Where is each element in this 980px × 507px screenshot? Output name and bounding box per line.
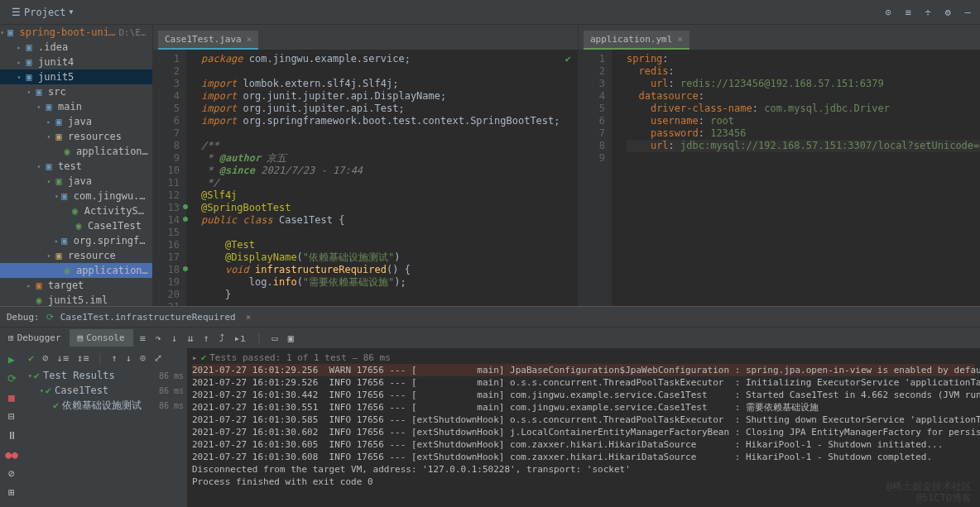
stop-icon[interactable]: ■ [5, 391, 18, 404]
history-icon[interactable]: ⊞ [5, 486, 18, 499]
force-step-icon[interactable]: ⇊ [187, 332, 193, 344]
log-line: 2021-07-27 16:01:29.256 WARN 17656 --- [… [192, 364, 975, 376]
code-area[interactable]: package com.jingwu.example.service;✔impo… [186, 50, 578, 306]
debug-panel: Debug: ⟳ Case1Test.infrastructureRequire… [0, 306, 980, 507]
tab-debugger[interactable]: ⊞ Debugger [0, 329, 70, 347]
tab-console[interactable]: ▤ Console [70, 329, 133, 347]
import-icon[interactable]: ⤢ [154, 352, 162, 364]
tree-item[interactable]: ◉application.yml [0, 144, 152, 159]
run-cursor-icon[interactable]: ▸ı [234, 332, 246, 344]
log-line: 2021-07-27 16:01:30.608 INFO 17656 --- [… [192, 451, 975, 463]
tree-item[interactable]: ▸▣.idea [0, 40, 152, 55]
log-line: 2021-07-27 16:01:30.585 INFO 17656 --- [… [192, 414, 975, 426]
show-ignored-icon[interactable]: ⊘ [42, 352, 48, 364]
chevron-down-icon: ▼ [70, 8, 74, 16]
tree-item[interactable]: ▾▣com.jingwu.example.service [0, 189, 152, 203]
tree-root[interactable]: ▾▣ spring-boot-unit-test-example D:\Exam… [0, 25, 152, 40]
editor-tabs: Case1Test.java × [153, 25, 578, 50]
evaluate-icon[interactable]: ▭ [271, 332, 277, 344]
close-icon[interactable]: × [677, 34, 683, 45]
log-line: 2021-07-27 16:01:29.526 INFO 17656 --- [… [192, 376, 975, 389]
log-line: 2021-07-27 16:01:30.442 INFO 17656 --- [… [192, 389, 975, 401]
drop-frame-icon[interactable]: ⤴ [219, 332, 224, 344]
bug-icon: ⊞ [8, 332, 14, 343]
tree-item[interactable]: ▸▣junit4 [0, 55, 152, 69]
tree-item[interactable]: ▾▣main [0, 99, 152, 114]
expand-icon[interactable]: ▸ [192, 352, 198, 364]
project-dropdown[interactable]: ☰ Project ▼ [7, 5, 78, 20]
tree-item[interactable]: ▾▣junit5 [0, 69, 152, 84]
tree-item[interactable]: ◉ActivityServiceTest [0, 203, 152, 218]
step-into-icon[interactable]: ↓ [171, 332, 177, 344]
test-result-row[interactable]: ▾✔Test Results86 ms [23, 368, 187, 383]
log-line: 2021-07-27 16:01:30.551 INFO 17656 --- [… [192, 401, 975, 414]
layout-icon[interactable]: ≡ [140, 332, 146, 344]
show-passed-icon[interactable]: ✔ [28, 352, 34, 364]
top-toolbar: ☰ Project ▼ ⊙ ≡ ÷ ⚙ — [0, 0, 980, 25]
trace-icon[interactable]: ▣ [288, 332, 294, 344]
console-output[interactable]: ▸ ✔ Tests passed: 1 of 1 test – 86 ms 20… [187, 348, 980, 507]
step-over-icon[interactable]: ↷ [156, 332, 161, 344]
test-tree: ✔ ⊘ ↓≡ ↕≡ | ↑ ↓ ⊙ ⤢ ▾✔Test Results86 ms▾… [23, 348, 187, 507]
rerun-icon[interactable]: ▶ [5, 353, 18, 366]
watermark: @稀土掘金技术社区 @51CTO博客 [886, 481, 972, 504]
tab-case1test[interactable]: Case1Test.java × [158, 31, 258, 50]
project-label: Project [24, 7, 66, 18]
down-icon[interactable]: ↓ [126, 352, 132, 364]
step-out-icon[interactable]: ↑ [204, 332, 209, 344]
log-line: 2021-07-27 16:01:30.602 INFO 17656 --- [… [192, 426, 975, 438]
close-icon[interactable]: × [246, 312, 252, 323]
tree-item[interactable]: ◉junit5.iml [0, 293, 152, 306]
editor-tabs-right: application.yml × [579, 25, 980, 50]
close-icon[interactable]: × [247, 34, 252, 45]
tree-item[interactable]: ▸▣target [0, 278, 152, 293]
left-editor: Case1Test.java × 12345678910111213141516… [153, 25, 579, 306]
test-result-row[interactable]: ✔依赖基础设施测试86 ms [23, 398, 187, 413]
code-area[interactable]: spring: redis: url: redis://123456@192.1… [612, 50, 980, 306]
tests-summary: Tests passed: 1 of 1 test – 86 ms [209, 352, 391, 364]
project-icon: ☰ [12, 7, 21, 18]
run-config-icon: ⟳ [46, 312, 54, 323]
view-breakpoints-icon[interactable]: ●● [5, 448, 18, 461]
tree-item[interactable]: ◉Case1Test [0, 218, 152, 233]
export-icon[interactable]: ⊙ [140, 352, 146, 364]
gear-icon[interactable]: ⚙ [942, 7, 954, 18]
console-icon: ▤ [78, 332, 84, 343]
expand-icon[interactable]: ≡ [902, 7, 914, 18]
rerun-tests-icon[interactable]: ⟳ [5, 372, 18, 385]
tab-application-yml[interactable]: application.yml × [584, 31, 689, 50]
debug-title: Debug: [7, 312, 40, 323]
sort2-icon[interactable]: ↕≡ [77, 352, 89, 364]
log-line: 2021-07-27 16:01:30.605 INFO 17656 --- [… [192, 438, 975, 451]
tree-item[interactable]: ▸▣org.springframework.data.re [0, 233, 152, 248]
tree-item[interactable]: ◉application.yml [0, 263, 152, 278]
test-result-row[interactable]: ▾✔Case1Test86 ms [23, 383, 187, 398]
tree-item[interactable]: ▾▣src [0, 84, 152, 99]
run-config-name: Case1Test.infrastructureRequired [60, 312, 236, 323]
project-tree[interactable]: ▾▣ spring-boot-unit-test-example D:\Exam… [0, 25, 153, 306]
tree-item[interactable]: ▾▣test [0, 159, 152, 174]
line-gutter: 1234567891011121314151617181920212223 [153, 50, 186, 306]
sort-icon[interactable]: ↓≡ [56, 352, 68, 364]
tree-item[interactable]: ▾▣resource [0, 248, 152, 263]
log-line: Process finished with exit code 0 [192, 476, 975, 488]
mute-breakpoints-icon[interactable]: ⊘ [5, 467, 18, 480]
tree-item[interactable]: ▾▣java [0, 174, 152, 189]
tree-item[interactable]: ▸▣java [0, 114, 152, 129]
check-icon: ✔ [201, 352, 207, 364]
tree-item[interactable]: ▾▣resources [0, 129, 152, 144]
collapse-icon[interactable]: ÷ [922, 7, 934, 18]
target-icon[interactable]: ⊙ [882, 7, 894, 18]
resume-icon[interactable]: ⊟ [5, 410, 18, 423]
right-editor: application.yml × 123456789 spring: redi… [579, 25, 980, 306]
minimize-icon[interactable]: — [962, 7, 973, 18]
up-icon[interactable]: ↑ [112, 352, 118, 364]
pause-icon[interactable]: ⏸ [5, 429, 18, 442]
debug-side-toolbar: ▶ ⟳ ■ ⊟ ⏸ ●● ⊘ ⊞ ⊡ ◎ ⚙ » [0, 348, 23, 507]
line-gutter: 123456789 [579, 50, 612, 306]
log-line: Disconnected from the target VM, address… [192, 463, 975, 476]
